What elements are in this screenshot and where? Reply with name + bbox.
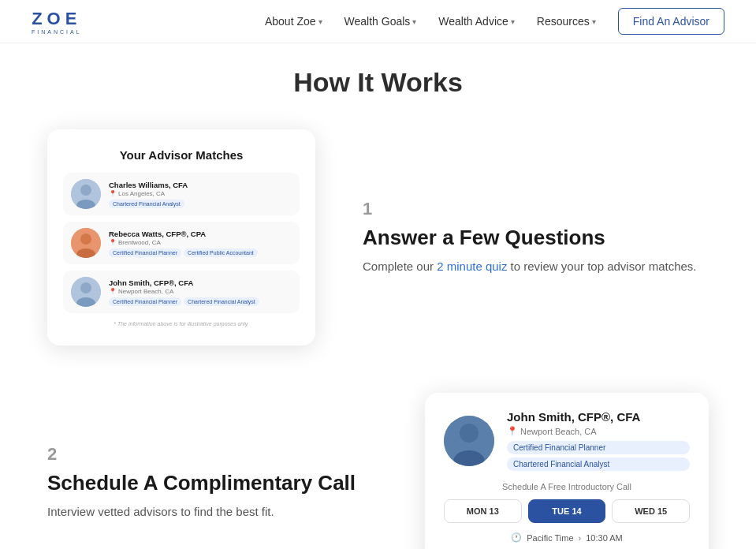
schedule-tag: Certified Financial Planner: [507, 441, 690, 454]
advisor-tag: Certified Public Accountant: [184, 248, 258, 257]
advisor-location: 📍 Brentwood, CA: [109, 239, 292, 246]
svg-point-7: [80, 282, 91, 293]
location-icon: 📍: [109, 190, 117, 197]
list-item: John Smith, CFP®, CFA 📍 Newport Beach, C…: [63, 271, 300, 313]
nav-links: About Zoe ▾ Wealth Goals ▾ Wealth Advice…: [265, 8, 724, 35]
advisor-tag: Certified Financial Planner: [109, 248, 181, 257]
advisor-name: John Smith, CFP®, CFA: [109, 278, 292, 287]
clock-icon: 🕐: [511, 532, 522, 543]
schedule-advisor-header: John Smith, CFP®, CFA 📍 Newport Beach, C…: [444, 410, 690, 471]
step-number: 1: [363, 199, 709, 219]
step-description: Interview vetted advisors to find the be…: [47, 503, 378, 521]
advisor-tag: Chartered Financial Analyst: [184, 297, 259, 306]
schedule-location: 📍 Newport Beach, CA: [507, 426, 690, 436]
step-2-content: 2 Schedule A Complimentary Call Intervie…: [47, 444, 378, 521]
main-content: How It Works Your Advisor Matches Charle…: [0, 43, 756, 549]
advisor-location: 📍 Newport Beach, CA: [109, 288, 292, 295]
quiz-link[interactable]: 2 minute quiz: [437, 260, 507, 273]
date-button-wed[interactable]: WED 15: [612, 499, 690, 523]
step-1-section: Your Advisor Matches Charles Williams, C…: [47, 129, 709, 345]
svg-point-10: [460, 424, 479, 443]
logo[interactable]: ZOE FINANCIAL: [32, 9, 82, 35]
logo-sub: FINANCIAL: [32, 29, 82, 35]
chevron-down-icon: ▾: [511, 17, 515, 26]
schedule-label: Schedule A Free Introductory Call: [444, 482, 690, 491]
nav-wealth-goals[interactable]: Wealth Goals ▾: [344, 15, 417, 28]
advisor-matches-card: Your Advisor Matches Charles Williams, C…: [47, 129, 315, 345]
schedule-tag: Chartered Financial Analyst: [507, 458, 690, 471]
list-item: Rebecca Watts, CFP®, CPA 📍 Brentwood, CA…: [63, 222, 300, 264]
avatar: [71, 277, 101, 307]
chevron-right-icon: ›: [579, 533, 582, 543]
advisor-tag: Certified Financial Planner: [109, 297, 181, 306]
schedule-advisor-name: John Smith, CFP®, CFA: [507, 410, 690, 424]
nav-wealth-advice[interactable]: Wealth Advice ▾: [438, 15, 514, 28]
advisor-tags: Certified Financial Planner Chartered Fi…: [109, 297, 292, 306]
svg-point-1: [80, 185, 91, 196]
advisor-tags: Certified Financial Planner Certified Pu…: [109, 248, 292, 257]
find-advisor-button[interactable]: Find An Advisor: [618, 8, 724, 35]
step-heading: Answer a Few Questions: [363, 226, 709, 250]
location-icon: 📍: [109, 288, 117, 295]
location-icon: 📍: [507, 426, 518, 436]
advisor-list: Charles Williams, CFA 📍 Los Angeles, CA …: [63, 173, 300, 313]
advisor-tag: Chartered Financial Analyst: [109, 200, 184, 208]
list-item: Charles Williams, CFA 📍 Los Angeles, CA …: [63, 173, 300, 215]
chevron-down-icon: ▾: [412, 17, 416, 26]
date-button-tue[interactable]: TUE 14: [528, 499, 606, 523]
step-1-content: 1 Answer a Few Questions Complete our 2 …: [363, 199, 709, 276]
advisor-info: John Smith, CFP®, CFA 📍 Newport Beach, C…: [109, 278, 292, 306]
schedule-card: John Smith, CFP®, CFA 📍 Newport Beach, C…: [425, 393, 709, 549]
schedule-tags: Certified Financial Planner Chartered Fi…: [507, 441, 690, 471]
svg-point-4: [80, 233, 91, 245]
step-description: Complete our 2 minute quiz to review you…: [363, 258, 709, 276]
date-buttons: MON 13 TUE 14 WED 15: [444, 499, 690, 523]
advisor-name: Charles Williams, CFA: [109, 181, 292, 189]
step-number: 2: [47, 444, 378, 465]
date-button-mon[interactable]: MON 13: [444, 499, 522, 523]
advisor-location: 📍 Los Angeles, CA: [109, 190, 292, 197]
advisor-tags: Chartered Financial Analyst: [109, 200, 292, 208]
navigation: ZOE FINANCIAL About Zoe ▾ Wealth Goals ▾…: [0, 0, 756, 43]
step-heading: Schedule A Complimentary Call: [47, 471, 378, 495]
nav-about-zoe[interactable]: About Zoe ▾: [265, 15, 322, 28]
chevron-down-icon: ▾: [592, 17, 596, 26]
avatar: [71, 228, 101, 258]
schedule-avatar: [444, 416, 494, 466]
schedule-info: John Smith, CFP®, CFA 📍 Newport Beach, C…: [507, 410, 690, 471]
card-disclaimer: * The information above is for illustrat…: [63, 321, 300, 327]
time-row: 🕐 Pacific Time › 10:30 AM: [444, 532, 690, 543]
logo-text: ZOE: [32, 9, 81, 29]
chevron-down-icon: ▾: [318, 17, 322, 26]
advisor-info: Rebecca Watts, CFP®, CPA 📍 Brentwood, CA…: [109, 230, 292, 257]
avatar: [71, 179, 101, 209]
nav-resources[interactable]: Resources ▾: [537, 15, 596, 28]
location-icon: 📍: [109, 239, 117, 246]
advisor-info: Charles Williams, CFA 📍 Los Angeles, CA …: [109, 181, 292, 208]
step-2-section: John Smith, CFP®, CFA 📍 Newport Beach, C…: [47, 393, 709, 549]
page-title: How It Works: [47, 67, 709, 98]
advisor-name: Rebecca Watts, CFP®, CPA: [109, 230, 292, 238]
card-title: Your Advisor Matches: [63, 148, 300, 162]
